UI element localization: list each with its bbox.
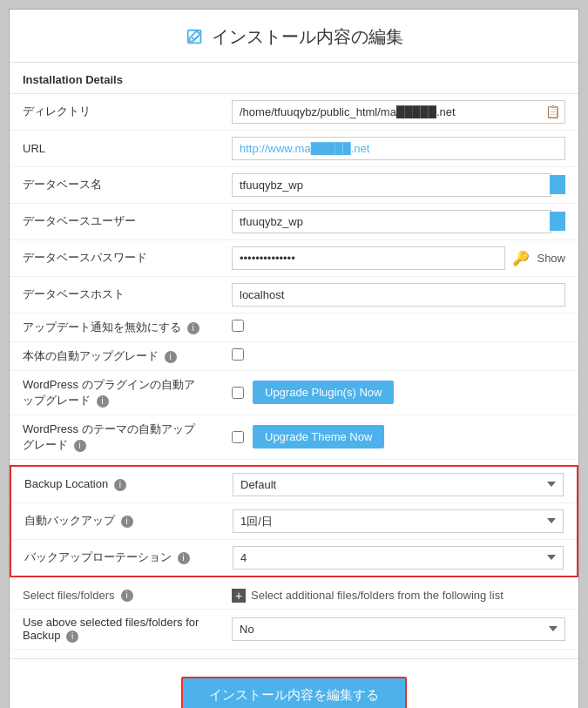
theme-upgrade-info-icon[interactable]: i [74, 440, 86, 452]
add-files-icon[interactable]: + [232, 589, 246, 603]
plugin-upgrade-checkbox[interactable] [232, 387, 244, 399]
url-row: URL [10, 130, 578, 166]
select-files-label-cell: Select files/folders i [10, 583, 219, 610]
select-files-section: Select files/folders i + Select addition… [10, 583, 578, 650]
select-files-info-icon[interactable]: i [121, 590, 133, 602]
select-files-row: Select files/folders i + Select addition… [10, 583, 578, 610]
use-selected-value: No Yes [219, 609, 578, 649]
auto-upgrade-info-icon[interactable]: i [165, 351, 177, 363]
backup-rotation-value: 4 3 2 1 [220, 539, 578, 577]
auto-upgrade-row: 本体の自動アップグレード i [10, 341, 578, 370]
edit-icon [186, 28, 205, 47]
db-user-row: データベースユーザー [10, 203, 578, 239]
db-host-input[interactable] [232, 283, 565, 307]
use-selected-row: Use above selected files/folders for Bac… [10, 609, 578, 649]
backup-section: Backup Location i Default Remote FTP Dro… [10, 465, 578, 577]
upgrade-theme-button[interactable]: Upgrade Theme Now [253, 425, 384, 448]
select-files-additional-cell: + Select additional files/folders from t… [219, 583, 578, 610]
url-label: URL [10, 130, 219, 166]
auto-upgrade-label: 本体の自動アップグレード i [10, 341, 219, 370]
db-name-row: データベース名 [10, 166, 578, 203]
db-password-value-cell: 🔑 Show [219, 239, 578, 276]
auto-upgrade-value [219, 341, 578, 370]
plugin-upgrade-label: WordPress のプラグインの自動アップグレード i [10, 370, 219, 415]
plugin-upgrade-info-icon[interactable]: i [97, 395, 109, 408]
db-user-label: データベースユーザー [10, 203, 219, 239]
backup-location-label: Backup Location i [10, 466, 220, 503]
db-user-value-cell [219, 203, 578, 239]
url-value-cell [219, 130, 578, 166]
use-selected-info-icon[interactable]: i [66, 630, 78, 643]
backup-rotation-select[interactable]: 4 3 2 1 [233, 546, 564, 570]
key-icon: 🔑 [512, 250, 530, 266]
db-host-value-cell [219, 276, 578, 313]
page-header: インストール内容の編集 [10, 10, 578, 63]
section-label: Installation Details [10, 63, 578, 94]
auto-backup-select[interactable]: 1回/日 2回/日 なし [233, 509, 564, 533]
use-selected-label: Use above selected files/folders for Bac… [10, 609, 219, 649]
db-name-input[interactable] [232, 173, 551, 197]
submit-button[interactable]: インストール内容を編集する [181, 677, 407, 709]
db-name-label: データベース名 [10, 166, 219, 203]
db-name-value-cell [219, 166, 578, 203]
directory-value-cell: 📋 [219, 94, 578, 131]
show-password-button[interactable]: Show [537, 252, 565, 265]
auto-backup-info-icon[interactable]: i [121, 516, 133, 528]
db-password-label: データベースパスワード [10, 239, 219, 276]
footer-section: インストール内容を編集する [10, 658, 578, 709]
db-password-row: データベースパスワード 🔑 Show [10, 239, 578, 276]
auto-upgrade-checkbox[interactable] [232, 348, 244, 361]
db-host-row: データベースホスト [10, 276, 578, 313]
auto-backup-value: 1回/日 2回/日 なし [220, 502, 578, 539]
use-selected-select[interactable]: No Yes [232, 617, 565, 641]
backup-rotation-row: バックアップローテーション i 4 3 2 1 [10, 539, 578, 577]
auto-backup-row: 自動バックアップ i 1回/日 2回/日 なし [10, 502, 578, 539]
upgrade-plugins-button[interactable]: Upgrade Plugin(s) Now [253, 381, 394, 404]
db-password-input[interactable] [232, 246, 505, 270]
auto-backup-label: 自動バックアップ i [10, 502, 220, 539]
disable-update-value [219, 313, 578, 341]
backup-location-info-icon[interactable]: i [114, 479, 126, 491]
theme-upgrade-checkbox[interactable] [232, 431, 244, 443]
db-user-input[interactable] [232, 210, 551, 233]
directory-label: ディレクトリ [10, 94, 219, 131]
db-host-label: データベースホスト [10, 276, 219, 313]
plugin-upgrade-row: WordPress のプラグインの自動アップグレード i Upgrade Plu… [10, 370, 578, 415]
url-input[interactable] [232, 137, 565, 160]
directory-row: ディレクトリ 📋 [10, 94, 578, 131]
theme-upgrade-value: Upgrade Theme Now [219, 415, 578, 459]
copy-icon[interactable]: 📋 [545, 105, 560, 118]
directory-input[interactable] [232, 100, 565, 124]
theme-upgrade-row: WordPress のテーマの自動アップグレード i Upgrade Theme… [10, 415, 578, 459]
theme-upgrade-label: WordPress のテーマの自動アップグレード i [10, 415, 219, 459]
backup-location-value: Default Remote FTP Dropbox [220, 466, 578, 503]
page-title: インストール内容の編集 [212, 25, 403, 49]
main-window: インストール内容の編集 Installation Details ディレクトリ … [9, 9, 579, 708]
backup-rotation-info-icon[interactable]: i [178, 552, 190, 564]
plugin-upgrade-value: Upgrade Plugin(s) Now [219, 370, 578, 415]
backup-location-select[interactable]: Default Remote FTP Dropbox [233, 473, 564, 496]
form-table: ディレクトリ 📋 URL データベース名 [10, 94, 578, 460]
disable-update-checkbox[interactable] [232, 320, 244, 332]
disable-update-row: アップデート通知を無効にする i [10, 313, 578, 341]
disable-update-label: アップデート通知を無効にする i [10, 313, 219, 341]
disable-update-info-icon[interactable]: i [187, 322, 199, 334]
backup-location-row: Backup Location i Default Remote FTP Dro… [10, 466, 578, 503]
backup-rotation-label: バックアップローテーション i [10, 539, 220, 577]
